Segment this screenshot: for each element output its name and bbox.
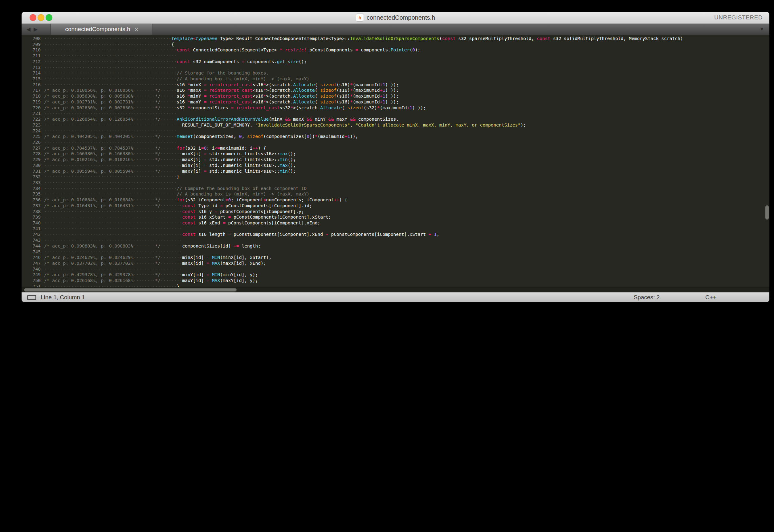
code-line: 742·····································… <box>22 232 769 237</box>
line-number: 733 <box>22 180 44 186</box>
syntax-setting[interactable]: C++ <box>705 294 716 301</box>
line-number: 709 <box>22 42 44 47</box>
line-number: 743 <box>22 237 44 243</box>
code-line: 740·····································… <box>22 220 769 226</box>
code-line: 739·····································… <box>22 214 769 220</box>
code-text: ········································… <box>44 128 177 134</box>
code-line: 743·····································… <box>22 237 769 243</box>
code-text: ········································… <box>44 214 331 220</box>
code-text: ········································… <box>44 180 177 186</box>
tab-connectedcomponents[interactable]: connectedComponents.h × <box>50 24 153 35</box>
desktop-background: h connectedComponents.h UNREGISTERED ◀ ▶… <box>0 0 774 532</box>
line-number: 750 <box>22 278 44 284</box>
line-number: 724 <box>22 128 44 134</box>
status-right-group: Spaces: 2 C++ <box>634 294 769 301</box>
code-text: ········································… <box>44 237 182 243</box>
line-number: 745 <box>22 249 44 255</box>
code-text: /* acc_p: 0.002630%, p: 0.002630%·······… <box>44 105 426 111</box>
line-number: 737 <box>22 203 44 209</box>
code-text: /* acc_p: 0.005594%, p: 0.005594%·······… <box>44 168 296 174</box>
code-editor[interactable]: 708·····································… <box>22 35 769 292</box>
code-text: ········································… <box>44 220 320 226</box>
code-line: 738·····································… <box>22 209 769 215</box>
code-line: 730·····································… <box>22 163 769 168</box>
line-number: 749 <box>22 272 44 278</box>
horizontal-scrollbar-track[interactable] <box>22 287 769 292</box>
code-line: 725/* acc_p: 0.404205%, p: 0.404205%····… <box>22 134 769 139</box>
code-line: 728/* acc_p: 0.166380%, p: 0.166380%····… <box>22 151 769 157</box>
code-text: /* acc_p: 0.090803%, p: 0.090803%·······… <box>44 243 261 249</box>
code-line: 715·····································… <box>22 76 769 82</box>
code-line: 749/* acc_p: 0.429378%, p: 0.429378%····… <box>22 272 769 278</box>
code-text: ········································… <box>44 209 304 215</box>
line-number: 710 <box>22 47 44 53</box>
line-number: 736 <box>22 197 44 203</box>
indentation-setting[interactable]: Spaces: 2 <box>634 294 660 301</box>
code-line: 733·····································… <box>22 180 769 186</box>
code-text: ········································… <box>44 59 307 65</box>
line-number: 713 <box>22 65 44 71</box>
titlebar[interactable]: h connectedComponents.h UNREGISTERED <box>22 12 769 24</box>
tab-close-icon[interactable]: × <box>135 26 138 33</box>
code-text: ········································… <box>44 70 269 76</box>
code-text: ········································… <box>44 111 177 116</box>
back-icon[interactable]: ◀ <box>26 27 30 32</box>
code-line: 712·····································… <box>22 59 769 65</box>
code-text: ········································… <box>44 249 182 255</box>
code-line: 722/* acc_p: 0.126054%, p: 0.126054%····… <box>22 116 769 122</box>
line-number: 717 <box>22 87 44 93</box>
code-text: /* acc_p: 0.784537%, p: 0.784537%·······… <box>44 145 266 151</box>
line-number: 722 <box>22 116 44 122</box>
close-window-button[interactable] <box>30 14 36 21</box>
line-number: 741 <box>22 226 44 232</box>
line-number: 731 <box>22 168 44 174</box>
line-number: 732 <box>22 174 44 180</box>
code-text: ········································… <box>44 82 399 88</box>
line-number: 721 <box>22 111 44 116</box>
line-number: 729 <box>22 157 44 163</box>
line-number: 725 <box>22 134 44 139</box>
line-number: 712 <box>22 59 44 65</box>
line-number: 718 <box>22 93 44 99</box>
code-text: ········································… <box>44 191 309 197</box>
code-line: 720/* acc_p: 0.002630%, p: 0.002630%····… <box>22 105 769 111</box>
line-number: 730 <box>22 163 44 168</box>
vertical-scrollbar-thumb[interactable] <box>765 205 769 220</box>
code-line: 747/* acc_p: 0.037702%, p: 0.037702%····… <box>22 260 769 266</box>
code-line: 744/* acc_p: 0.090803%, p: 0.090803%····… <box>22 243 769 249</box>
tab-overflow-menu-icon[interactable]: ▼ <box>759 24 764 35</box>
code-text: /* acc_p: 0.016431%, p: 0.016431%·······… <box>44 203 312 209</box>
window-title-group: h connectedComponents.h <box>356 14 435 22</box>
line-number: 720 <box>22 105 44 111</box>
line-number: 716 <box>22 82 44 88</box>
status-window-icon[interactable] <box>27 295 36 300</box>
code-text: ········································… <box>44 53 177 59</box>
code-line: 723·····································… <box>22 122 769 128</box>
tab-label: connectedComponents.h <box>65 26 130 33</box>
code-line: 746/* acc_p: 0.024629%, p: 0.024629%····… <box>22 255 769 260</box>
code-line: 734·····································… <box>22 186 769 191</box>
minimize-window-button[interactable] <box>38 14 44 21</box>
code-line: 713·····································… <box>22 65 769 71</box>
horizontal-scrollbar-thumb[interactable] <box>24 288 237 292</box>
code-text: /* acc_p: 0.026168%, p: 0.026168%·······… <box>44 278 258 284</box>
code-text: ········································… <box>44 139 177 145</box>
code-text: /* acc_p: 0.010056%, p: 0.010056%·······… <box>44 87 399 93</box>
tab-nav-arrows: ◀ ▶ <box>22 24 42 35</box>
forward-icon[interactable]: ▶ <box>34 27 38 32</box>
code-line: 721·····································… <box>22 111 769 116</box>
line-number: 734 <box>22 186 44 191</box>
zoom-window-button[interactable] <box>46 14 52 21</box>
code-text: ········································… <box>44 232 439 237</box>
code-text: ········································… <box>44 76 309 82</box>
code-line: 726·····································… <box>22 139 769 145</box>
line-number: 740 <box>22 220 44 226</box>
code-line: 716·····································… <box>22 82 769 88</box>
code-text: ········································… <box>44 186 307 191</box>
sublime-text-window: h connectedComponents.h UNREGISTERED ◀ ▶… <box>22 12 769 302</box>
code-text: /* acc_p: 0.429378%, p: 0.429378%·······… <box>44 272 258 278</box>
code-text: ········································… <box>44 266 182 272</box>
code-text: ········································… <box>44 174 179 180</box>
code-line: 724·····································… <box>22 128 769 134</box>
code-line: 741·····································… <box>22 226 769 232</box>
